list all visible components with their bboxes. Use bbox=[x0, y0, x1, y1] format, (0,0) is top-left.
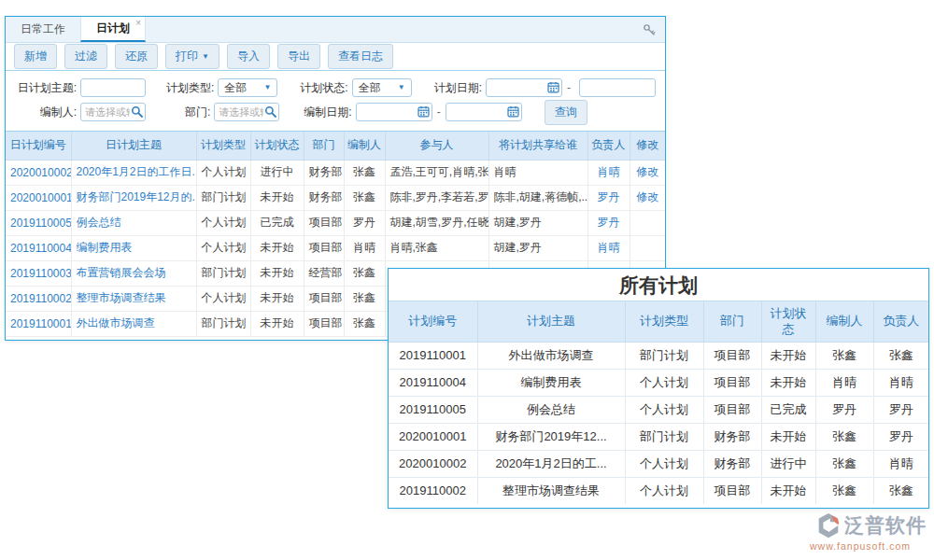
cell: 财务部 bbox=[304, 160, 344, 185]
plan-status-select[interactable]: 全部 ▼ bbox=[352, 78, 412, 97]
table-row[interactable]: 2020010002 2020年1月2日的工... 个人计划 财务部 进行中 张… bbox=[389, 450, 928, 477]
plan-id-link[interactable]: 2019110003 bbox=[6, 260, 71, 286]
calendar-icon[interactable] bbox=[507, 105, 519, 118]
button-label: 导出 bbox=[288, 49, 310, 64]
plan-subject-link[interactable]: 2020年1月2日的工作日... bbox=[71, 160, 196, 185]
cell: 项目部 bbox=[703, 477, 761, 504]
view-log-button[interactable]: 查看日志 bbox=[328, 44, 393, 69]
header-cell: 计划主题 bbox=[477, 301, 625, 342]
cell: 2019110001 bbox=[389, 342, 477, 369]
header-cell: 部门 bbox=[304, 132, 344, 160]
cell: 张鑫 bbox=[344, 160, 385, 185]
plan-id-link[interactable]: 2019110001 bbox=[6, 311, 71, 336]
select-value: 全部 bbox=[224, 80, 247, 96]
filter-panel: 日计划主题: 计划类型: 全部 ▼ 计划状态: 全部 ▼ 计划日期: - bbox=[6, 71, 665, 132]
owner-link[interactable]: 肖晴 bbox=[587, 160, 630, 185]
calendar-icon[interactable] bbox=[547, 81, 559, 93]
close-icon[interactable]: × bbox=[135, 19, 141, 28]
plan-subject-link[interactable]: 整理市场调查结果 bbox=[71, 286, 196, 311]
table-row[interactable]: 2020010001 财务部门2019年12月的... 部门计划 未开始 财务部… bbox=[6, 185, 665, 210]
calendar-icon[interactable] bbox=[417, 105, 430, 118]
cell: 未开始 bbox=[250, 260, 304, 286]
plan-date-to-input[interactable] bbox=[579, 78, 656, 97]
plan-id-link[interactable]: 2019110002 bbox=[6, 286, 71, 311]
cell: 个人计划 bbox=[196, 160, 250, 185]
cell: 未开始 bbox=[761, 477, 815, 504]
tab-daily-plan[interactable]: 日计划 × bbox=[80, 17, 146, 42]
cell: 罗丹 bbox=[873, 423, 928, 450]
add-button[interactable]: 新增 bbox=[14, 44, 57, 69]
print-button[interactable]: 打印▼ bbox=[165, 44, 219, 69]
table-row[interactable]: 2020010002 2020年1月2日的工作日... 个人计划 进行中 财务部… bbox=[6, 160, 665, 185]
owner-link[interactable]: 罗丹 bbox=[587, 210, 630, 235]
plan-subject-link[interactable]: 外出做市场调查 bbox=[71, 311, 196, 336]
subject-input[interactable] bbox=[80, 78, 146, 97]
brand-url: www.fanpusoft.com bbox=[794, 540, 927, 552]
cell: 部门计划 bbox=[196, 185, 250, 210]
plan-id-link[interactable]: 2020010001 bbox=[6, 185, 71, 210]
cell: 胡建,罗丹 bbox=[488, 210, 587, 235]
modify-link[interactable]: 修改 bbox=[630, 185, 665, 210]
table-row[interactable]: 2019110004 编制费用表 个人计划 未开始 项目部 肖晴 肖晴,张鑫 胡… bbox=[6, 235, 665, 260]
plan-subject-link[interactable]: 财务部门2019年12月的... bbox=[71, 185, 196, 210]
cell: 部门计划 bbox=[625, 423, 703, 450]
page-title: 所有计划 bbox=[389, 269, 928, 301]
cell: 部门计划 bbox=[625, 342, 703, 369]
table-row[interactable]: 2019110005 例会总结 个人计划 已完成 项目部 罗丹 胡建,胡雪,罗丹… bbox=[6, 210, 665, 235]
table-row[interactable]: 2019110005 例会总结 个人计划 项目部 已完成 罗丹 罗丹 bbox=[389, 396, 928, 423]
plan-subject-link[interactable]: 例会总结 bbox=[71, 210, 196, 235]
table-row[interactable]: 2019110002 整理市场调查结果 个人计划 项目部 未开始 张鑫 张鑫 bbox=[389, 477, 928, 504]
tab-bar: 日常工作 日计划 × bbox=[6, 17, 665, 43]
tab-daily-work[interactable]: 日常工作 bbox=[6, 17, 80, 42]
import-button[interactable]: 导入 bbox=[227, 44, 270, 69]
query-button[interactable]: 查询 bbox=[545, 100, 587, 125]
cell: 外出做市场调查 bbox=[477, 342, 625, 369]
search-icon[interactable] bbox=[264, 105, 276, 118]
cell: 罗丹 bbox=[873, 396, 928, 423]
header-cell: 部门 bbox=[703, 301, 761, 342]
key-icon[interactable] bbox=[643, 23, 656, 36]
filter-button[interactable]: 过滤 bbox=[64, 44, 107, 69]
search-icon[interactable] bbox=[131, 105, 143, 118]
cell: 部门计划 bbox=[196, 260, 250, 286]
filter-row-1: 日计划主题: 计划类型: 全部 ▼ 计划状态: 全部 ▼ 计划日期: - bbox=[13, 76, 658, 100]
owner-link[interactable]: 肖晴 bbox=[587, 235, 630, 260]
range-separator: - bbox=[567, 81, 571, 94]
cell: 张鑫 bbox=[815, 450, 873, 477]
plan-subject-link[interactable]: 布置营销展会会场 bbox=[71, 260, 196, 286]
plan-id-link[interactable]: 2019110005 bbox=[6, 210, 71, 235]
table-row[interactable]: 2019110001 外出做市场调查 部门计划 项目部 未开始 张鑫 张鑫 bbox=[389, 342, 928, 369]
cell: 部门计划 bbox=[196, 311, 250, 336]
cell: 已完成 bbox=[250, 210, 304, 235]
cell: 未开始 bbox=[761, 423, 815, 450]
cell: 个人计划 bbox=[625, 477, 703, 504]
header-cell: 日计划主题 bbox=[71, 132, 196, 160]
cell: 项目部 bbox=[304, 235, 344, 260]
header-cell: 计划类型 bbox=[625, 301, 703, 342]
button-label: 过滤 bbox=[75, 49, 97, 64]
plan-type-select[interactable]: 全部 ▼ bbox=[218, 78, 277, 97]
filter-row-2: 编制人: 部门: 编制日期: - bbox=[13, 100, 658, 124]
cell: 个人计划 bbox=[625, 369, 703, 396]
plan-id-link[interactable]: 2019110004 bbox=[6, 235, 71, 260]
plan-id-link[interactable]: 2020010002 bbox=[6, 160, 71, 185]
restore-button[interactable]: 还原 bbox=[115, 44, 158, 69]
cell: 2020010001 bbox=[389, 423, 477, 450]
plan-subject-link[interactable]: 编制费用表 bbox=[71, 235, 196, 260]
cell: 经营部 bbox=[304, 260, 344, 286]
cell: 项目部 bbox=[304, 210, 344, 235]
export-button[interactable]: 导出 bbox=[277, 44, 320, 69]
cell: 未开始 bbox=[761, 369, 815, 396]
table-row[interactable]: 2020010001 财务部门2019年12... 部门计划 财务部 未开始 张… bbox=[389, 423, 928, 450]
owner-link[interactable]: 罗丹 bbox=[587, 185, 630, 210]
range-separator: - bbox=[437, 105, 441, 119]
table-row[interactable]: 2019110004 编制费用表 个人计划 项目部 未开始 肖晴 肖晴 bbox=[389, 369, 928, 396]
button-label: 查询 bbox=[555, 105, 577, 120]
cell: 张鑫 bbox=[344, 185, 385, 210]
cell: 项目部 bbox=[703, 369, 761, 396]
header-cell: 将计划共享给谁 bbox=[488, 132, 587, 160]
cell: 例会总结 bbox=[477, 396, 625, 423]
select-value: 全部 bbox=[359, 80, 381, 96]
tab-label: 日计划 bbox=[96, 21, 130, 36]
modify-link[interactable]: 修改 bbox=[630, 160, 665, 185]
